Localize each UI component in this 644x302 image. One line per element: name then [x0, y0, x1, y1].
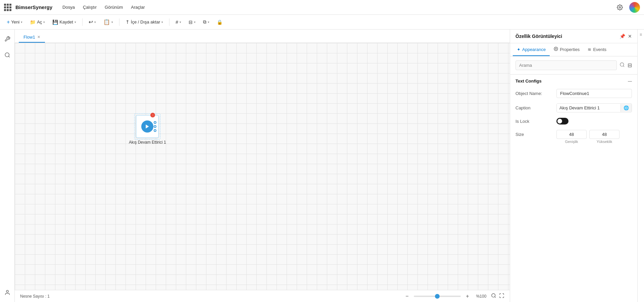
save-button[interactable]: 💾 Kaydet ▾	[50, 18, 79, 26]
canvas[interactable]: ↑ Akış Devam Ettirici 1	[15, 43, 510, 290]
export-button[interactable]: ⤒ İçe / Dışa aktar ▾	[123, 18, 166, 26]
appearance-tab-label: Appearance	[522, 47, 546, 52]
is-lock-toggle[interactable]	[556, 118, 568, 124]
grid-menu-icon[interactable]	[4, 4, 11, 11]
svg-point-5	[492, 294, 495, 297]
tab-appearance[interactable]: ✦ Appearance	[513, 43, 550, 56]
size-row: Size Genişlik Yükseklik	[510, 127, 637, 146]
grid-toggle-button[interactable]: # ▾	[173, 18, 184, 26]
svg-line-9	[623, 66, 624, 67]
zoom-in-button[interactable]: +	[463, 292, 472, 300]
layout-button[interactable]: ⊟ ▾	[186, 18, 198, 26]
search-input[interactable]	[515, 60, 617, 70]
tab-flow1[interactable]: Flow1 ✕	[19, 30, 45, 43]
toggle-thumb	[557, 119, 562, 123]
tab-events[interactable]: ≋ Events	[584, 43, 610, 56]
menu-right	[614, 2, 640, 13]
tab-bar: Flow1 ✕	[15, 30, 510, 43]
menu-items: Dosya Çalıştır Görünüm Araçlar	[59, 3, 148, 11]
size-label: Size	[515, 130, 552, 137]
appearance-tab-icon: ✦	[517, 47, 521, 52]
caption-input[interactable]	[557, 104, 621, 112]
zoom-out-button[interactable]: −	[403, 292, 411, 300]
svg-line-6	[495, 297, 496, 298]
svg-marker-4	[146, 124, 149, 129]
slim-sidebar-icon[interactable]: ≡	[640, 32, 642, 37]
section-collapse-icon[interactable]: —	[628, 79, 632, 84]
tab-flow1-label: Flow1	[23, 35, 35, 40]
section-header: Text Configs —	[510, 74, 637, 86]
paste-button[interactable]: 📋 ▾	[101, 17, 116, 27]
object-name-row: Object Name:	[510, 86, 637, 101]
canvas-area: Flow1 ✕ ↑	[15, 30, 510, 302]
flow-node-label: Akış Devam Ettirici 1	[129, 140, 166, 145]
fit-screen-icon[interactable]	[499, 293, 504, 299]
flow-node-box[interactable]: ↑	[136, 115, 159, 138]
properties-tab-label: Properties	[560, 47, 580, 52]
panel-extra-icon[interactable]: ⊟	[628, 62, 632, 68]
is-lock-toggle-wrap	[556, 118, 568, 124]
caption-lang-button[interactable]: 🌐	[621, 104, 632, 112]
panel-header-icons: 📌 ✕	[620, 34, 632, 39]
menu-gorunum[interactable]: Görünüm	[101, 3, 126, 11]
zoom-search-icon[interactable]	[491, 293, 496, 299]
svg-line-2	[8, 56, 9, 57]
panel-content: Text Configs — Object Name: Caption 🌐	[510, 74, 637, 302]
size-inputs: Genişlik Yükseklik	[556, 130, 620, 144]
size-height-label: Yükseklik	[597, 140, 612, 144]
panel-search: ⊟	[510, 56, 637, 74]
flow-node[interactable]: ↑ Akış Devam Ettirici 1	[129, 115, 166, 145]
svg-point-3	[6, 290, 8, 292]
menu-dosya[interactable]: Dosya	[59, 3, 78, 11]
size-width-label: Genişlik	[565, 140, 578, 144]
is-lock-row: Is Lock	[510, 115, 637, 127]
tab-properties[interactable]: Properties	[550, 43, 584, 56]
divider-1	[82, 18, 83, 26]
zoom-thumb	[435, 294, 440, 299]
status-bar: Nesne Sayısı : 1 − + %100	[15, 290, 510, 302]
panel-pin-icon[interactable]: 📌	[620, 34, 625, 39]
new-button[interactable]: + Yeni ▾	[4, 18, 25, 27]
panel-header: Özellik Görüntüleyici 📌 ✕	[510, 30, 637, 43]
object-count: Nesne Sayısı : 1	[20, 294, 50, 299]
node-branches	[154, 121, 156, 132]
section-title: Text Configs	[515, 79, 542, 84]
zoom-slider[interactable]	[414, 296, 461, 297]
panel-close-icon[interactable]: ✕	[628, 34, 632, 39]
is-lock-label: Is Lock	[515, 119, 552, 124]
properties-tab-icon	[554, 47, 558, 52]
toolbar: + Yeni ▾ 📁 Aç ▾ 💾 Kaydet ▾ ↩ ▾ 📋 ▾ ⤒ İçe…	[0, 15, 644, 30]
logo-text: BimserSynergy	[15, 4, 52, 10]
undo-button[interactable]: ↩ ▾	[86, 17, 99, 27]
svg-point-1	[5, 53, 9, 57]
divider-2	[119, 18, 119, 26]
panel-title: Özellik Görüntüleyici	[515, 34, 620, 39]
lock-button[interactable]: 🔒	[214, 18, 225, 26]
size-width-input[interactable]	[556, 130, 587, 139]
svg-point-0	[619, 6, 621, 8]
sidebar-user-icon[interactable]	[2, 287, 13, 298]
size-height-wrap: Yükseklik	[589, 130, 620, 144]
left-sidebar	[0, 30, 15, 302]
object-name-input[interactable]	[556, 89, 632, 98]
caption-input-wrap: 🌐	[556, 103, 632, 112]
caption-row: Caption 🌐	[510, 101, 637, 115]
size-width-wrap: Genişlik	[556, 130, 587, 144]
menu-calistir[interactable]: Çalıştır	[80, 3, 100, 11]
sidebar-tool-icon[interactable]	[2, 34, 13, 44]
menu-araclar[interactable]: Araçlar	[128, 3, 148, 11]
arrange-button[interactable]: ⧉ ▾	[200, 18, 212, 26]
right-panel: Özellik Görüntüleyici 📌 ✕ ✦ Appearance P…	[510, 30, 637, 302]
size-height-input[interactable]	[589, 130, 620, 139]
tab-close-icon[interactable]: ✕	[37, 35, 40, 39]
divider-3	[169, 18, 169, 26]
user-avatar[interactable]	[629, 2, 640, 13]
search-icon[interactable]	[620, 62, 625, 68]
events-tab-icon: ≋	[588, 47, 591, 52]
sidebar-search-icon[interactable]	[2, 50, 13, 60]
app-logo: BimserSynergy	[4, 4, 52, 11]
zoom-value: %100	[474, 294, 488, 299]
settings-icon[interactable]	[614, 2, 625, 13]
open-button[interactable]: 📁 Aç ▾	[27, 18, 48, 26]
svg-point-8	[620, 63, 624, 66]
